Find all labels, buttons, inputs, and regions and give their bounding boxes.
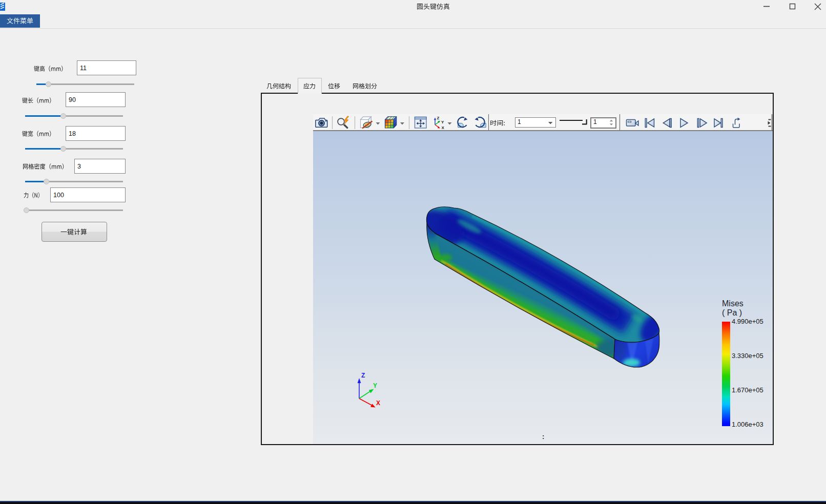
svg-text:Y: Y	[373, 382, 377, 389]
svg-text:Z: Z	[361, 372, 365, 379]
svg-text:X: X	[376, 400, 380, 407]
